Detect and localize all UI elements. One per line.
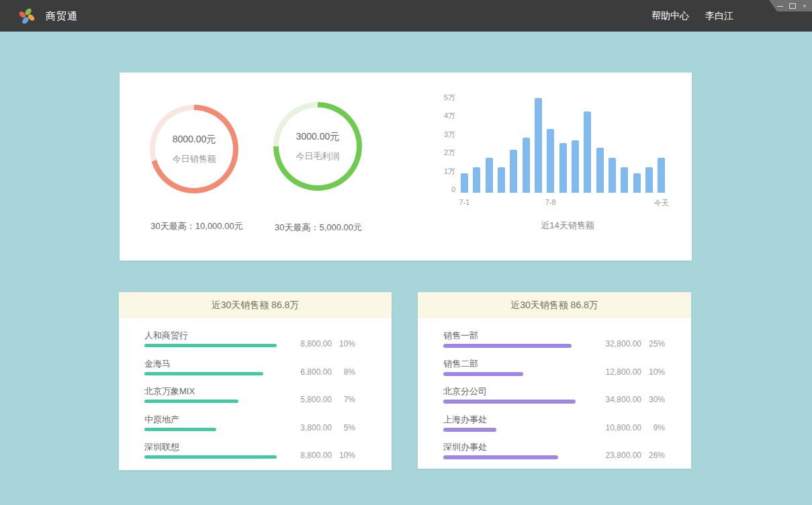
- item-percent: 26%: [641, 451, 665, 460]
- list-item: 销售二部12,800.0010%: [418, 359, 691, 385]
- item-numbers: 23,800.0026%: [571, 451, 665, 460]
- item-percent: 25%: [641, 339, 665, 349]
- today-sales-donut-center: 8000.00元 今日销售额: [155, 110, 233, 188]
- list-item: 人和商贸行8,800.0010%: [119, 330, 392, 357]
- sales-14day-bar-chart: 5万4万3万2万1万07-17-8今天: [430, 92, 685, 193]
- close-icon[interactable]: ×: [801, 3, 808, 9]
- bar: [658, 158, 665, 193]
- bar: [621, 167, 628, 193]
- item-numbers: 5,800.007%: [261, 395, 355, 404]
- list-item: 金海马6,800.008%: [119, 359, 392, 385]
- bar: [608, 158, 616, 193]
- x-axis-tick-label: 7-8: [536, 198, 566, 206]
- bar: [596, 148, 604, 193]
- window-controls: ×: [769, 0, 812, 11]
- list-item: 销售一部32,800.0025%: [418, 330, 691, 357]
- item-numbers: 10,800.009%: [571, 423, 665, 432]
- list-item: 深圳联想8,800.0010%: [119, 442, 392, 469]
- item-progress-bar: [144, 372, 263, 375]
- y-axis-tick-label: 1万: [430, 166, 455, 177]
- list-item: 中原地产3,800.005%: [119, 414, 392, 441]
- item-numbers: 8,800.0010%: [261, 339, 355, 349]
- item-amount: 32,800.00: [571, 339, 641, 349]
- y-axis-tick-label: 2万: [430, 147, 455, 158]
- y-axis-tick-label: 0: [430, 184, 455, 195]
- today-sales-donut: 8000.00元 今日销售额: [150, 105, 238, 193]
- item-numbers: 34,800.0030%: [571, 395, 665, 404]
- item-numbers: 8,800.0010%: [261, 451, 355, 460]
- today-profit-donut: 3000.00元 今日毛利润: [273, 102, 362, 191]
- minimize-icon[interactable]: [777, 3, 784, 9]
- today-profit-label: 今日毛利润: [296, 150, 340, 163]
- list-item: 深圳办事处23,800.0026%: [418, 442, 691, 469]
- today-sales-value: 8000.00元: [173, 134, 216, 146]
- bar-chart-title: 近14天销售额: [440, 220, 695, 232]
- item-numbers: 12,800.0010%: [571, 367, 665, 377]
- today-profit-donut-center: 3000.00元 今日毛利润: [279, 107, 357, 185]
- item-amount: 3,800.00: [261, 423, 332, 432]
- item-progress-bar: [443, 400, 576, 404]
- bar: [510, 150, 517, 193]
- bar: [584, 111, 591, 193]
- item-progress-bar: [144, 428, 216, 431]
- item-amount: 10,800.00: [571, 423, 641, 432]
- titlebar: 商贸通 帮助中心 李白江 ×: [0, 0, 812, 32]
- departments-card-title: 近30天销售额 86.8万: [418, 292, 691, 318]
- item-percent: 30%: [641, 395, 665, 404]
- profit-30day-max: 30天最高：5,000.00元: [240, 222, 396, 234]
- item-percent: 10%: [641, 367, 665, 377]
- item-amount: 23,800.00: [571, 451, 641, 460]
- departments-list: 销售一部32,800.0025%销售二部12,800.0010%北京分公司34,…: [418, 318, 691, 469]
- bar: [498, 167, 505, 193]
- item-percent: 10%: [332, 451, 355, 460]
- customers-card-title: 近30天销售额 86.8万: [119, 292, 392, 318]
- y-axis-tick-label: 3万: [430, 129, 455, 140]
- today-sales-label: 今日销售额: [173, 153, 216, 165]
- overview-card: 8000.00元 今日销售额 30天最高：10,000.00元 3000.00元…: [120, 73, 692, 261]
- item-progress-bar: [443, 455, 558, 459]
- item-progress-bar: [443, 372, 523, 376]
- app-title: 商贸通: [46, 0, 78, 32]
- item-amount: 6,800.00: [261, 367, 332, 377]
- bar: [633, 173, 641, 193]
- x-axis-tick-label: 7-1: [450, 198, 480, 206]
- departments-ranking-card: 近30天销售额 86.8万 销售一部32,800.0025%销售二部12,800…: [418, 292, 691, 469]
- item-percent: 8%: [332, 367, 355, 377]
- y-axis-tick-label: 5万: [430, 92, 455, 103]
- bar: [645, 167, 653, 193]
- item-progress-bar: [144, 455, 277, 459]
- help-center-link[interactable]: 帮助中心: [651, 10, 689, 22]
- list-item: 上海办事处10,800.009%: [418, 414, 691, 441]
- list-item: 北京分公司34,800.0030%: [418, 386, 691, 413]
- item-numbers: 6,800.008%: [261, 367, 355, 377]
- bar: [559, 143, 567, 193]
- maximize-icon[interactable]: [789, 3, 796, 9]
- item-percent: 7%: [332, 395, 355, 404]
- item-amount: 34,800.00: [571, 395, 641, 404]
- item-progress-bar: [443, 344, 572, 348]
- item-percent: 5%: [332, 423, 355, 432]
- bar: [486, 158, 493, 193]
- app-logo-pinwheel-icon: [17, 7, 36, 26]
- user-name-link[interactable]: 李白江: [705, 10, 733, 22]
- top-navigation: 帮助中心 李白江: [651, 0, 733, 32]
- item-percent: 10%: [332, 339, 355, 349]
- bar: [535, 98, 542, 193]
- item-progress-bar: [443, 428, 496, 432]
- customers-list: 人和商贸行8,800.0010%金海马6,800.008%北京万象MIX5,80…: [119, 318, 392, 469]
- list-item: 北京万象MIX5,800.007%: [119, 386, 392, 413]
- today-profit-value: 3000.00元: [296, 131, 340, 143]
- item-progress-bar: [144, 400, 238, 403]
- item-numbers: 32,800.0025%: [571, 339, 665, 349]
- bar: [461, 173, 468, 193]
- item-amount: 8,800.00: [261, 451, 332, 460]
- item-amount: 5,800.00: [261, 395, 332, 404]
- item-progress-bar: [144, 344, 277, 347]
- customers-ranking-card: 近30天销售额 86.8万 人和商贸行8,800.0010%金海马6,800.0…: [119, 292, 392, 470]
- y-axis-tick-label: 4万: [430, 110, 455, 121]
- item-percent: 9%: [641, 423, 665, 432]
- bar: [547, 129, 554, 193]
- bar: [523, 138, 530, 193]
- bar: [572, 140, 579, 193]
- x-axis-tick-label: 今天: [647, 198, 676, 208]
